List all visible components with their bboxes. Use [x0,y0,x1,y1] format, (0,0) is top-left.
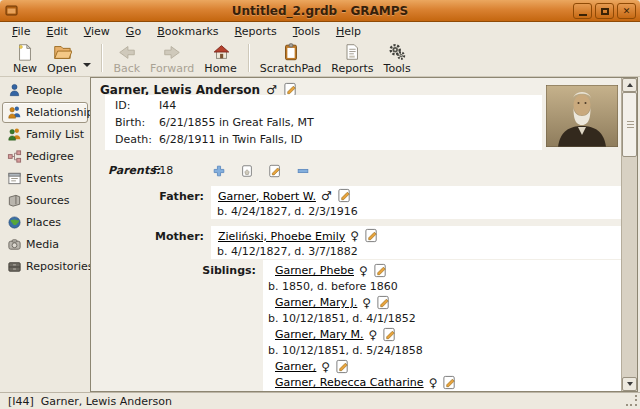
scratchpad-clipboard-icon [281,42,301,62]
reports-button[interactable]: Reports [326,41,378,75]
open-button[interactable]: Open [42,41,81,75]
father-label: Father: [111,190,204,203]
mother-label: Mother: [111,230,204,243]
sidebar-item-places[interactable]: Places [2,212,88,233]
sidebar-item-repositories[interactable]: Repositories [2,256,88,277]
open-dropdown-button[interactable] [81,41,95,75]
portrait-photo-image [546,85,618,147]
toolbar-separator [248,44,249,72]
father-name-link[interactable]: Garner, Robert W. [218,189,316,204]
remove-parents-button[interactable] [294,162,312,180]
home-button[interactable]: Home [199,41,241,75]
sidebar-item-sources[interactable]: Sources [2,190,88,211]
maximize-icon [601,8,609,15]
select-family-icon [240,164,254,178]
sources-book-icon [7,193,22,208]
scratchpad-button[interactable]: ScratchPad [255,41,327,75]
sidebar-item-people[interactable]: People [2,80,88,101]
sibling-row: Garner, Mary J. ♀ [263,295,621,311]
relationships-icon [7,105,22,120]
sibling-row: Garner, Rebecca Catharine ♀ [263,375,621,391]
edit-sibling-button[interactable] [376,295,392,311]
edit-icon [364,228,379,243]
menu-edit[interactable]: Edit [38,23,75,40]
tools-gears-icon [387,42,407,62]
menu-bookmarks[interactable]: Bookmarks [149,23,226,40]
edit-sibling-button[interactable] [382,327,398,343]
id-label: ID: [115,97,159,114]
sibling-row: Garner, Mary M. ♀ [263,327,621,343]
edit-icon [442,375,457,390]
forward-arrow-icon [162,42,182,62]
edit-mother-button[interactable] [364,228,380,244]
edit-icon [382,327,397,342]
minimize-icon [579,14,587,16]
edit-family-button[interactable] [266,162,284,180]
birth-value: 6/21/1855 in Great Falls, MT [159,114,314,131]
minimize-button[interactable] [573,3,592,19]
sidebar: People Relationships Family List Pedigre… [0,77,90,392]
mother-name-link[interactable]: Zieliński, Phoebe Emily [218,229,345,244]
new-button[interactable]: New [8,41,42,75]
sibling-name-link[interactable]: Garner, Mary J. [275,295,357,311]
female-symbol: ♀ [350,229,359,244]
add-parents-button[interactable] [210,162,228,180]
menu-help[interactable]: Help [328,23,369,40]
menu-reports[interactable]: Reports [227,23,285,40]
edit-sibling-button[interactable] [373,263,389,279]
sibling-name-link[interactable]: Garner, Phebe [275,263,354,279]
death-value: 6/28/1911 in Twin Falls, ID [159,131,302,148]
remove-minus-icon [296,164,310,178]
sidebar-item-family-list[interactable]: Family List [2,124,88,145]
vertical-scrollbar[interactable] [621,78,637,391]
edit-icon [337,188,352,203]
sibling-name-link[interactable]: Garner, [275,359,316,375]
menu-go[interactable]: Go [118,23,149,40]
sidebar-item-media[interactable]: Media [2,234,88,255]
female-symbol: ♀ [369,327,378,343]
resize-grip[interactable] [626,395,638,407]
people-icon [7,83,22,98]
family-list-icon [7,127,22,142]
edit-father-button[interactable] [337,188,353,204]
sibling-dates: b. 1850, d. before 1860 [263,279,621,295]
edit-sibling-button[interactable] [442,375,458,391]
media-icon [7,237,22,252]
scrollbar-thumb[interactable] [622,92,637,157]
sidebar-item-relationships[interactable]: Relationships [2,102,88,123]
repositories-icon [7,259,22,274]
mother-dates: b. 4/12/1827, d. 3/7/1882 [211,244,621,259]
edit-sibling-button[interactable] [335,359,351,375]
female-symbol: ♀ [359,263,368,279]
select-parents-button[interactable] [238,162,256,180]
window-title: Untitled_2.grdb - GRAMPS [0,4,640,18]
forward-button[interactable]: Forward [145,41,199,75]
menu-tools[interactable]: Tools [285,23,328,40]
arrow-up-icon [627,83,633,87]
birth-label: Birth: [115,114,159,131]
maximize-button[interactable] [595,3,614,19]
sibling-name-link[interactable]: Garner, Rebecca Catharine [275,375,424,391]
sibling-name-link[interactable]: Garner, Mary M. [275,327,364,343]
sidebar-item-pedigree[interactable]: Pedigree [2,146,88,167]
tools-button[interactable]: Tools [379,41,416,75]
menu-view[interactable]: View [76,23,118,40]
open-folder-icon [52,42,72,62]
mother-box: Zieliński, Phoebe Emily ♀ b. 4/12/1827, … [211,226,621,259]
statusbar: [I44] Garner, Lewis Anderson [0,392,640,409]
scroll-up-button[interactable] [622,78,637,92]
close-button[interactable]: ✕ [617,3,636,19]
menu-file[interactable]: File [4,23,38,40]
status-text: [I44] Garner, Lewis Anderson [8,395,172,408]
father-dates: b. 4/24/1827, d. 2/3/1916 [211,204,621,219]
edit-icon [268,164,282,178]
back-button[interactable]: Back [108,41,145,75]
relationship-view: Garner, Lewis Anderson ♂ ID:I44 Birth:6/… [90,77,638,392]
scroll-down-button[interactable] [622,377,637,391]
pedigree-icon [7,149,22,164]
sidebar-item-events[interactable]: Events [2,168,88,189]
menubar: File Edit View Go Bookmarks Reports Tool… [0,22,640,40]
toolbar: New Open Back Forward Home [0,40,640,77]
sibling-row: Garner, ♀ [263,359,621,375]
person-portrait[interactable] [546,85,618,147]
